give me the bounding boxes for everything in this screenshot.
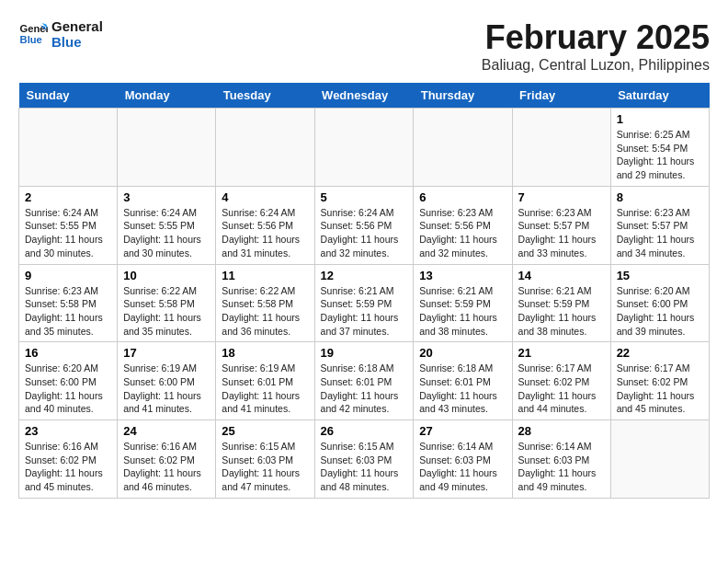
day-info: Sunrise: 6:23 AM Sunset: 5:56 PM Dayligh…	[419, 206, 506, 260]
calendar-week-row: 23Sunrise: 6:16 AM Sunset: 6:02 PM Dayli…	[19, 420, 710, 499]
day-number: 10	[123, 269, 210, 282]
calendar-table: SundayMondayTuesdayWednesdayThursdayFrid…	[18, 83, 710, 499]
calendar-cell: 11Sunrise: 6:22 AM Sunset: 5:58 PM Dayli…	[216, 264, 314, 342]
weekday-header: Tuesday	[216, 83, 314, 109]
calendar-cell	[314, 109, 414, 187]
day-info: Sunrise: 6:19 AM Sunset: 6:01 PM Dayligh…	[222, 362, 308, 416]
day-number: 2	[25, 190, 111, 204]
calendar-cell: 27Sunrise: 6:14 AM Sunset: 6:03 PM Dayli…	[414, 420, 512, 499]
day-number: 20	[419, 346, 506, 360]
weekday-header: Friday	[512, 83, 610, 109]
day-number: 28	[518, 424, 605, 438]
day-number: 11	[222, 269, 308, 282]
logo: General Blue General Blue	[18, 18, 103, 50]
day-info: Sunrise: 6:16 AM Sunset: 6:02 PM Dayligh…	[123, 440, 210, 494]
day-number: 21	[518, 346, 605, 360]
calendar-cell: 15Sunrise: 6:20 AM Sunset: 6:00 PM Dayli…	[610, 264, 709, 342]
calendar-cell: 18Sunrise: 6:19 AM Sunset: 6:01 PM Dayli…	[216, 342, 314, 420]
calendar-cell: 13Sunrise: 6:21 AM Sunset: 5:59 PM Dayli…	[414, 264, 512, 342]
title-area: February 2025 Baliuag, Central Luzon, Ph…	[482, 18, 710, 74]
day-info: Sunrise: 6:23 AM Sunset: 5:57 PM Dayligh…	[518, 206, 605, 260]
day-info: Sunrise: 6:17 AM Sunset: 6:02 PM Dayligh…	[518, 362, 605, 416]
day-info: Sunrise: 6:14 AM Sunset: 6:03 PM Dayligh…	[518, 440, 605, 494]
calendar-cell: 22Sunrise: 6:17 AM Sunset: 6:02 PM Dayli…	[610, 342, 709, 420]
calendar-cell: 3Sunrise: 6:24 AM Sunset: 5:55 PM Daylig…	[118, 186, 216, 264]
day-info: Sunrise: 6:14 AM Sunset: 6:03 PM Dayligh…	[419, 440, 506, 494]
day-number: 9	[25, 269, 111, 282]
day-number: 6	[419, 190, 506, 204]
calendar-cell: 16Sunrise: 6:20 AM Sunset: 6:00 PM Dayli…	[19, 342, 118, 420]
month-title: February 2025	[482, 18, 710, 57]
weekday-header: Sunday	[19, 83, 118, 109]
day-info: Sunrise: 6:15 AM Sunset: 6:03 PM Dayligh…	[222, 440, 308, 494]
day-number: 12	[321, 269, 408, 282]
day-info: Sunrise: 6:22 AM Sunset: 5:58 PM Dayligh…	[123, 284, 210, 339]
day-number: 13	[419, 269, 506, 282]
calendar-cell: 12Sunrise: 6:21 AM Sunset: 5:59 PM Dayli…	[314, 264, 414, 342]
day-info: Sunrise: 6:24 AM Sunset: 5:56 PM Dayligh…	[222, 206, 308, 260]
weekday-header: Thursday	[414, 83, 512, 109]
calendar-cell: 25Sunrise: 6:15 AM Sunset: 6:03 PM Dayli…	[216, 420, 314, 499]
day-number: 27	[419, 424, 506, 438]
day-number: 1	[617, 112, 703, 126]
day-info: Sunrise: 6:23 AM Sunset: 5:58 PM Dayligh…	[25, 284, 111, 339]
calendar-cell: 2Sunrise: 6:24 AM Sunset: 5:55 PM Daylig…	[19, 186, 118, 264]
calendar-week-row: 2Sunrise: 6:24 AM Sunset: 5:55 PM Daylig…	[19, 186, 710, 264]
day-info: Sunrise: 6:20 AM Sunset: 6:00 PM Dayligh…	[617, 284, 703, 339]
day-number: 24	[123, 424, 210, 438]
day-info: Sunrise: 6:19 AM Sunset: 6:00 PM Dayligh…	[123, 362, 210, 416]
day-number: 3	[123, 190, 210, 204]
calendar-cell: 6Sunrise: 6:23 AM Sunset: 5:56 PM Daylig…	[414, 186, 512, 264]
day-info: Sunrise: 6:18 AM Sunset: 6:01 PM Dayligh…	[419, 362, 506, 416]
weekday-header: Saturday	[610, 83, 709, 109]
day-info: Sunrise: 6:15 AM Sunset: 6:03 PM Dayligh…	[321, 440, 408, 494]
calendar-cell: 1Sunrise: 6:25 AM Sunset: 5:54 PM Daylig…	[610, 109, 709, 187]
day-number: 25	[222, 424, 308, 438]
calendar-cell	[512, 109, 610, 187]
day-number: 18	[222, 346, 308, 360]
logo-icon: General Blue	[18, 19, 48, 49]
calendar-cell: 9Sunrise: 6:23 AM Sunset: 5:58 PM Daylig…	[19, 264, 118, 342]
calendar-cell: 4Sunrise: 6:24 AM Sunset: 5:56 PM Daylig…	[216, 186, 314, 264]
day-info: Sunrise: 6:16 AM Sunset: 6:02 PM Dayligh…	[25, 440, 111, 494]
calendar-cell	[118, 109, 216, 187]
calendar-cell: 21Sunrise: 6:17 AM Sunset: 6:02 PM Dayli…	[512, 342, 610, 420]
weekday-header: Monday	[118, 83, 216, 109]
calendar-cell	[414, 109, 512, 187]
day-number: 14	[518, 269, 605, 282]
calendar-cell: 24Sunrise: 6:16 AM Sunset: 6:02 PM Dayli…	[118, 420, 216, 499]
calendar-cell: 5Sunrise: 6:24 AM Sunset: 5:56 PM Daylig…	[314, 186, 414, 264]
day-info: Sunrise: 6:17 AM Sunset: 6:02 PM Dayligh…	[617, 362, 703, 416]
calendar-week-row: 9Sunrise: 6:23 AM Sunset: 5:58 PM Daylig…	[19, 264, 710, 342]
weekday-header: Wednesday	[314, 83, 414, 109]
location-title: Baliuag, Central Luzon, Philippines	[482, 57, 710, 74]
calendar-cell: 23Sunrise: 6:16 AM Sunset: 6:02 PM Dayli…	[19, 420, 118, 499]
day-number: 7	[518, 190, 605, 204]
day-info: Sunrise: 6:23 AM Sunset: 5:57 PM Dayligh…	[617, 206, 703, 260]
calendar-cell	[610, 420, 709, 499]
logo-general: General	[51, 18, 103, 34]
calendar-cell: 17Sunrise: 6:19 AM Sunset: 6:00 PM Dayli…	[118, 342, 216, 420]
page-header: General Blue General Blue February 2025 …	[18, 18, 710, 74]
day-number: 5	[321, 190, 408, 204]
day-info: Sunrise: 6:21 AM Sunset: 5:59 PM Dayligh…	[518, 284, 605, 339]
calendar-week-row: 1Sunrise: 6:25 AM Sunset: 5:54 PM Daylig…	[19, 109, 710, 187]
day-info: Sunrise: 6:25 AM Sunset: 5:54 PM Dayligh…	[617, 128, 703, 182]
day-number: 19	[321, 346, 408, 360]
day-info: Sunrise: 6:21 AM Sunset: 5:59 PM Dayligh…	[321, 284, 408, 339]
calendar-cell: 8Sunrise: 6:23 AM Sunset: 5:57 PM Daylig…	[610, 186, 709, 264]
day-number: 26	[321, 424, 408, 438]
day-number: 16	[25, 346, 111, 360]
day-number: 4	[222, 190, 308, 204]
day-number: 22	[617, 346, 703, 360]
day-info: Sunrise: 6:24 AM Sunset: 5:56 PM Dayligh…	[321, 206, 408, 260]
calendar-cell: 7Sunrise: 6:23 AM Sunset: 5:57 PM Daylig…	[512, 186, 610, 264]
calendar-cell: 19Sunrise: 6:18 AM Sunset: 6:01 PM Dayli…	[314, 342, 414, 420]
svg-text:General: General	[20, 23, 48, 34]
calendar-header-row: SundayMondayTuesdayWednesdayThursdayFrid…	[19, 83, 710, 109]
calendar-cell: 28Sunrise: 6:14 AM Sunset: 6:03 PM Dayli…	[512, 420, 610, 499]
day-info: Sunrise: 6:22 AM Sunset: 5:58 PM Dayligh…	[222, 284, 308, 339]
logo-blue: Blue	[51, 34, 103, 50]
day-info: Sunrise: 6:24 AM Sunset: 5:55 PM Dayligh…	[25, 206, 111, 260]
day-number: 23	[25, 424, 111, 438]
